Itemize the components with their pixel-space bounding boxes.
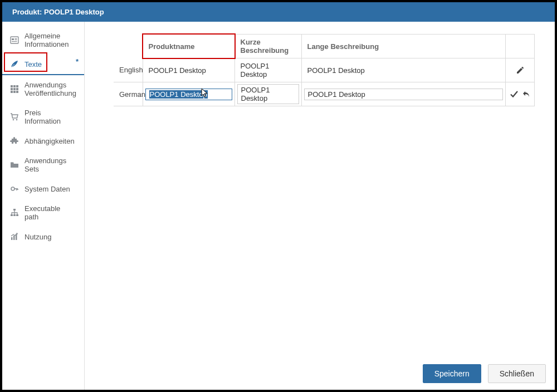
svg-rect-21: [13, 209, 16, 210]
svg-rect-6: [11, 85, 13, 87]
cart-icon: [10, 112, 19, 121]
sidebar-item-label: Executable path: [25, 204, 76, 221]
svg-rect-10: [13, 88, 16, 90]
col-label: Kurze Beschreibung: [241, 38, 289, 55]
sidebar-item-label: Preis Information: [25, 109, 76, 125]
sidebar-item-dependencies[interactable]: Abhängigkeiten: [2, 131, 84, 151]
info-card-icon: [10, 36, 19, 45]
col-label: Lange Beschreibung: [307, 42, 379, 51]
row-lang: German: [114, 82, 143, 106]
sidebar-item-label: Abhängigkeiten: [25, 137, 75, 145]
svg-rect-11: [16, 88, 18, 90]
sidebar-item-label: Nutzung: [25, 233, 51, 241]
col-produktname[interactable]: Produktname: [143, 35, 234, 58]
key-icon: [10, 184, 19, 193]
input-selected-text: POOLP1 Desktop: [149, 90, 208, 99]
cell-long[interactable]: POOLP1 Desktop: [301, 58, 506, 82]
col-long-desc[interactable]: Lange Beschreibung: [301, 35, 506, 58]
title-text: Produkt: POOLP1 Desktop: [12, 8, 104, 16]
svg-rect-26: [13, 236, 15, 240]
save-button[interactable]: Speichern: [423, 364, 481, 383]
svg-rect-14: [16, 91, 18, 93]
puzzle-icon: [10, 136, 19, 145]
feather-icon: [10, 60, 19, 68]
sidebar-item-label: Allgemeine Informationen: [25, 32, 76, 48]
name-input[interactable]: POOLP1 Desktop: [145, 89, 232, 100]
table-row: German POOLP1 Desktop POOLP1 Desktop: [114, 82, 535, 106]
sidebar-item-executable-path[interactable]: Executable path: [2, 199, 84, 227]
input-text: POOLP1 Desktop: [241, 86, 270, 102]
cell-long-edit[interactable]: POOLP1 Desktop: [301, 82, 506, 106]
revert-icon[interactable]: [522, 90, 531, 99]
close-button[interactable]: Schließen: [488, 364, 546, 383]
sidebar: Allgemeine Informationen Texte * Anwendu…: [2, 22, 85, 390]
cell-short[interactable]: POOLP1 Desktop: [234, 58, 301, 82]
row-lang: English: [114, 58, 143, 82]
sidebar-item-texte[interactable]: Texte *: [2, 54, 84, 75]
input-text: POOLP1 Desktop: [308, 90, 365, 99]
table-row: English POOLP1 Desktop POOLP1 Desktop PO…: [114, 58, 535, 82]
svg-point-16: [16, 119, 18, 121]
sidebar-item-price-info[interactable]: Preis Information: [2, 103, 84, 131]
svg-rect-8: [16, 85, 18, 87]
col-lang: [114, 35, 143, 58]
product-dialog: Produkt: POOLP1 Desktop Allgemeine Infor…: [0, 0, 557, 392]
svg-rect-25: [11, 237, 13, 240]
main-panel: Produktname Kurze Beschreibung Lange Bes…: [85, 22, 555, 390]
dialog-footer: Speichern Schließen: [423, 364, 546, 383]
cell-short-edit[interactable]: POOLP1 Desktop: [234, 82, 301, 106]
svg-point-17: [11, 187, 14, 190]
texts-table: Produktname Kurze Beschreibung Lange Bes…: [114, 34, 535, 106]
confirm-icon[interactable]: [510, 90, 519, 99]
sidebar-item-app-publish[interactable]: Anwendungs Veröffentlichung: [2, 75, 84, 103]
sidebar-item-label: Anwendungs Sets: [25, 156, 76, 173]
sidebar-item-label: System Daten: [25, 185, 70, 193]
chart-icon: [10, 232, 19, 241]
sidebar-item-app-sets[interactable]: Anwendungs Sets: [2, 151, 84, 179]
edit-icon[interactable]: [516, 66, 525, 75]
cell-actions: [506, 58, 535, 82]
title-bar: Produkt: POOLP1 Desktop: [2, 2, 555, 22]
col-label: Produktname: [149, 42, 195, 51]
long-input[interactable]: POOLP1 Desktop: [304, 89, 504, 100]
sidebar-item-usage[interactable]: Nutzung: [2, 227, 84, 247]
sidebar-item-general-info[interactable]: Allgemeine Informationen: [2, 26, 84, 54]
cell-name[interactable]: POOLP1 Desktop: [143, 58, 234, 82]
svg-rect-22: [11, 214, 13, 216]
cell-name-edit[interactable]: POOLP1 Desktop: [143, 82, 234, 106]
table-header-row: Produktname Kurze Beschreibung Lange Bes…: [114, 35, 535, 58]
svg-rect-24: [16, 214, 18, 216]
grid-icon: [10, 85, 19, 94]
dialog-body: Allgemeine Informationen Texte * Anwendu…: [2, 22, 555, 390]
sidebar-item-label: Anwendungs Veröffentlichung: [25, 81, 76, 97]
sitemap-icon: [10, 208, 19, 217]
short-input[interactable]: POOLP1 Desktop: [237, 84, 299, 104]
col-actions: [506, 35, 535, 58]
cell-actions: [506, 82, 535, 106]
svg-point-15: [13, 119, 14, 121]
svg-rect-7: [13, 85, 16, 87]
svg-rect-12: [11, 91, 13, 93]
svg-rect-9: [11, 88, 13, 90]
dirty-indicator: *: [76, 57, 79, 66]
sidebar-item-system-data[interactable]: System Daten: [2, 179, 84, 199]
col-short-desc[interactable]: Kurze Beschreibung: [234, 35, 301, 58]
svg-rect-13: [13, 91, 16, 93]
folder-icon: [10, 160, 19, 169]
sidebar-item-label: Texte: [25, 60, 42, 68]
svg-rect-1: [12, 38, 14, 40]
svg-rect-23: [13, 214, 16, 216]
